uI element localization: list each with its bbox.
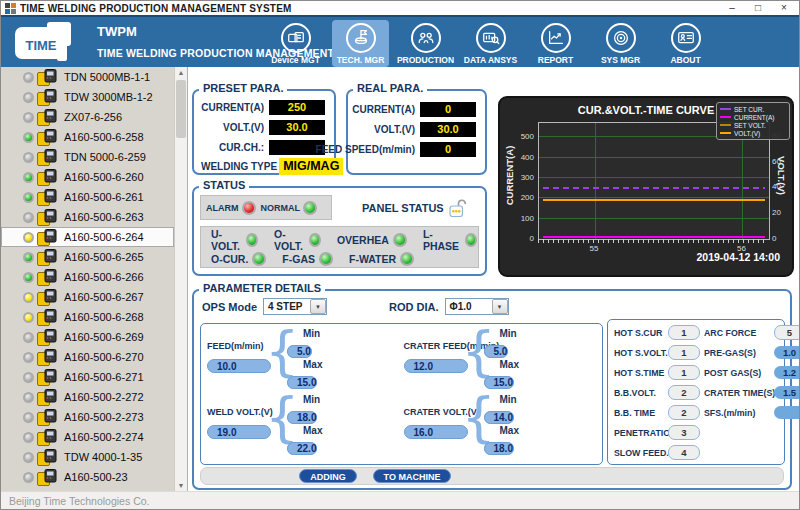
device-list-item[interactable]: A160-500-2-273 xyxy=(1,407,174,427)
param-value-pill[interactable]: 5 xyxy=(774,325,800,340)
device-list-item[interactable]: A160-500-6-264 xyxy=(1,227,174,247)
yaxis-left-tick: 200 xyxy=(508,193,534,202)
nav-label: SYS MGR xyxy=(601,55,640,65)
cluster-max-pill[interactable]: 18.0 xyxy=(484,442,514,455)
cluster-value-pill[interactable]: 10.0 xyxy=(207,359,271,373)
param-value-pill[interactable]: 1 xyxy=(668,345,700,360)
maximize-button[interactable]: □ xyxy=(745,1,771,15)
device-name: TDN 5000-6-259 xyxy=(64,151,146,163)
device-list-item[interactable]: A160-500-2-274 xyxy=(1,427,174,447)
welder-machine-icon xyxy=(37,189,57,206)
cluster-label: FEED(m/min) xyxy=(207,341,264,351)
minimize-button[interactable]: – xyxy=(719,1,745,15)
scroll-down-icon[interactable]: ▼ xyxy=(175,482,187,489)
scrollbar-thumb[interactable] xyxy=(176,80,186,138)
indicator-cell: F-WATER xyxy=(349,252,414,266)
alarm-led xyxy=(242,201,256,215)
param-value-pill[interactable]: 3 xyxy=(668,425,700,440)
cluster-min-pill[interactable]: 5.0 xyxy=(484,345,509,358)
device-status-led xyxy=(23,392,34,403)
cluster-value-pill[interactable]: 16.0 xyxy=(404,425,468,439)
param-value-pill[interactable] xyxy=(774,406,800,419)
device-list-item[interactable]: A160-500-6-270 xyxy=(1,347,174,367)
indicator-label: L-PHASE xyxy=(423,228,461,252)
device-list-item[interactable]: A160-500-2-272 xyxy=(1,387,174,407)
device-list-item[interactable]: TDW 4000-1-35 xyxy=(1,447,174,467)
param-value-pill[interactable]: 1 xyxy=(668,365,700,380)
device-list-item[interactable]: ZX07-6-256 xyxy=(1,107,174,127)
param-value-pill[interactable]: 2 xyxy=(668,405,700,420)
device-status-led xyxy=(23,252,34,263)
param-value-pill[interactable]: 1.0 xyxy=(774,346,800,359)
param-label: VOLT.(V) xyxy=(223,122,264,133)
device-status-led xyxy=(23,312,34,323)
adding-button[interactable]: ADDING xyxy=(299,469,357,483)
device-list-item[interactable]: A160-500-23 xyxy=(1,467,174,487)
cluster-min-pill[interactable]: 5.0 xyxy=(287,345,312,358)
to-machine-button[interactable]: TO MACHINE xyxy=(373,469,451,483)
param-value-pill[interactable]: 4 xyxy=(668,445,700,460)
nav-item-data-ansys[interactable]: DATA ANSYS xyxy=(462,20,519,67)
device-list-item[interactable]: A160-500-6-260 xyxy=(1,167,174,187)
device-list-item[interactable]: A160-500-6-269 xyxy=(1,327,174,347)
device-list-item[interactable]: A160-500-6-268 xyxy=(1,307,174,327)
device-name: A160-500-6-265 xyxy=(64,251,144,263)
device-status-led xyxy=(23,432,34,443)
min-label: Min xyxy=(500,394,580,407)
sys-mgr-icon xyxy=(606,23,636,53)
device-list-item[interactable]: A160-500-6-261 xyxy=(1,187,174,207)
nav-label: Device MGT xyxy=(271,55,320,65)
nav-label: PRODUCTION xyxy=(397,55,454,65)
yaxis-left-tick: 0 xyxy=(508,234,534,243)
nav-item-sys-mgr[interactable]: SYS MGR xyxy=(592,20,649,67)
close-button[interactable]: × xyxy=(771,1,797,15)
param-name: B.B.VOLT. xyxy=(614,388,664,398)
nav-item-report[interactable]: REPORT xyxy=(527,20,584,67)
param-name: PRE-GAS(S) xyxy=(704,348,770,358)
cluster-max-pill[interactable]: 22.0 xyxy=(287,442,317,455)
device-status-led xyxy=(23,272,34,283)
nav-item-device-mgt[interactable]: Device MGT xyxy=(267,20,324,67)
status-label: ALARM xyxy=(206,203,239,213)
yaxis-right-tick: 20 xyxy=(772,208,798,217)
xaxis-tick: 55 xyxy=(584,244,604,253)
device-name: TDW 3000MB-1-2 xyxy=(64,91,153,103)
device-list-item[interactable]: A160-500-6-265 xyxy=(1,247,174,267)
param-value-pill[interactable]: 1 xyxy=(668,325,700,340)
device-list-item[interactable]: A160-500-6-266 xyxy=(1,267,174,287)
cluster-value-pill[interactable]: 12.0 xyxy=(404,359,468,373)
cluster-value-pill[interactable]: 19.0 xyxy=(207,425,271,439)
indicator-cell: O-CUR. xyxy=(211,252,266,266)
device-status-led xyxy=(23,172,34,183)
preset-para-group: PRESET PARA. CURRENT(A) 250VOLT.(V) 30.0… xyxy=(192,89,336,175)
device-list-item[interactable]: A160-500-6-267 xyxy=(1,287,174,307)
param-label: CURRENT(A) xyxy=(352,104,415,115)
welder-machine-icon xyxy=(37,89,57,106)
yaxis-left-tick: 300 xyxy=(508,173,534,182)
welding-type-value: MIG/MAG xyxy=(279,158,343,175)
nav-item-production[interactable]: PRODUCTION xyxy=(397,20,454,67)
max-label: Max xyxy=(303,425,383,438)
cluster-min-pill[interactable]: 14.0 xyxy=(484,411,514,424)
legend-label: VOLT.(V) xyxy=(734,130,760,137)
device-list-item[interactable]: A160-500-6-263 xyxy=(1,207,174,227)
ops-mode-dropdown-icon[interactable]: ▼ xyxy=(310,299,326,314)
scroll-up-icon[interactable]: ▲ xyxy=(175,69,187,76)
device-status-led xyxy=(23,152,34,163)
welder-machine-icon xyxy=(37,289,57,306)
param-value-pill[interactable]: 2 xyxy=(668,385,700,400)
device-name: A160-500-6-268 xyxy=(64,311,144,323)
param-value-pill[interactable]: 1.2 xyxy=(774,366,800,379)
nav-item-tech-mgr[interactable]: TECH. MGR xyxy=(332,20,389,67)
device-list-item[interactable]: A160-500-6-258 xyxy=(1,127,174,147)
indicator-label: O-CUR. xyxy=(211,253,248,265)
device-list-item[interactable]: A160-500-6-271 xyxy=(1,367,174,387)
device-list-item[interactable]: TDN 5000MB-1-1 xyxy=(1,67,174,87)
cluster-min-pill[interactable]: 18.0 xyxy=(287,411,317,424)
range-cluster: CRATER FEED(m/min) 12.0 { Min 5.0 Max 15… xyxy=(402,328,599,394)
sidebar-scrollbar[interactable]: ▲ ▼ xyxy=(174,67,187,491)
nav-item-about[interactable]: ABOUT xyxy=(657,20,714,67)
param-value-pill[interactable]: 1.5 xyxy=(774,386,800,399)
device-list-item[interactable]: TDN 5000-6-259 xyxy=(1,147,174,167)
device-list-item[interactable]: TDW 3000MB-1-2 xyxy=(1,87,174,107)
